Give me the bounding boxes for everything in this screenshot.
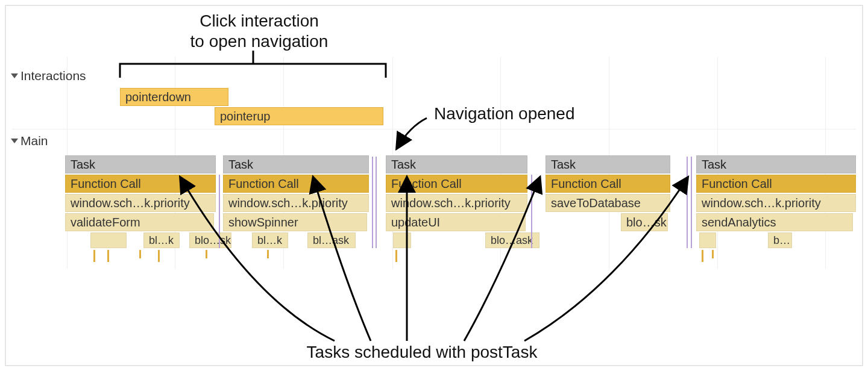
annotation-top: Click interaction to open navigation <box>127 11 392 51</box>
tick <box>702 250 703 262</box>
stack-frame[interactable]: showSpinner <box>223 213 367 231</box>
stack-frame[interactable]: saveToDatabase <box>546 194 670 212</box>
task-bar[interactable]: Task <box>696 155 856 173</box>
stack-frame[interactable] <box>699 232 716 248</box>
sliver <box>531 175 532 248</box>
interaction-pointerup[interactable]: pointerup <box>215 107 383 125</box>
tick <box>395 250 397 262</box>
function-call-bar[interactable]: Function Call <box>696 175 856 193</box>
track-label-text: Interactions <box>20 69 86 83</box>
track-separator <box>12 129 856 129</box>
function-call-bar[interactable]: Function Call <box>65 175 216 193</box>
task-bar[interactable]: Task <box>546 155 670 173</box>
stack-frame[interactable]: updateUI <box>386 213 526 231</box>
task-bar[interactable]: Task <box>65 155 216 173</box>
tick <box>93 250 95 262</box>
tick <box>158 250 160 262</box>
track-label-main[interactable]: Main <box>11 134 48 148</box>
task-bar[interactable]: Task <box>223 155 369 173</box>
annotation-nav-opened: Navigation opened <box>434 104 575 124</box>
track-label-interactions[interactable]: Interactions <box>11 69 86 83</box>
tick <box>107 250 109 262</box>
tick <box>206 250 207 258</box>
function-call-bar[interactable]: Function Call <box>546 175 670 193</box>
stack-frame[interactable]: bl…k <box>143 232 180 248</box>
stack-frame[interactable]: bl…k <box>252 232 288 248</box>
interaction-pointerdown[interactable]: pointerdown <box>120 88 228 106</box>
sliver <box>691 157 692 248</box>
stack-frame[interactable]: window.sch…k.priority <box>696 194 856 212</box>
sliver <box>372 157 373 248</box>
track-label-text: Main <box>20 134 48 148</box>
sliver <box>687 157 688 248</box>
annotation-bottom: Tasks scheduled with postTask <box>253 342 591 363</box>
stack-frame[interactable]: window.sch…k.priority <box>65 194 216 212</box>
stack-frame[interactable]: blo…sk <box>621 213 668 231</box>
sliver <box>219 175 220 248</box>
stack-frame[interactable]: blo…sk <box>189 232 231 248</box>
tick <box>712 250 714 258</box>
stack-frame[interactable]: b… <box>768 232 792 248</box>
stack-frame[interactable]: window.sch…k.priority <box>386 194 527 212</box>
stack-frame[interactable]: sendAnalytics <box>696 213 853 231</box>
tick <box>267 250 269 258</box>
function-call-bar[interactable]: Function Call <box>223 175 369 193</box>
chevron-down-icon <box>11 139 18 143</box>
stack-frame[interactable] <box>90 232 127 248</box>
tick <box>139 250 141 258</box>
stack-frame[interactable] <box>393 232 411 248</box>
stack-frame[interactable]: validateForm <box>65 213 214 231</box>
stack-frame[interactable]: bl…ask <box>307 232 356 248</box>
stack-frame[interactable]: window.sch…k.priority <box>223 194 369 212</box>
task-bar[interactable]: Task <box>386 155 527 173</box>
sliver <box>376 157 377 248</box>
chevron-down-icon <box>11 73 18 78</box>
function-call-bar[interactable]: Function Call <box>386 175 527 193</box>
